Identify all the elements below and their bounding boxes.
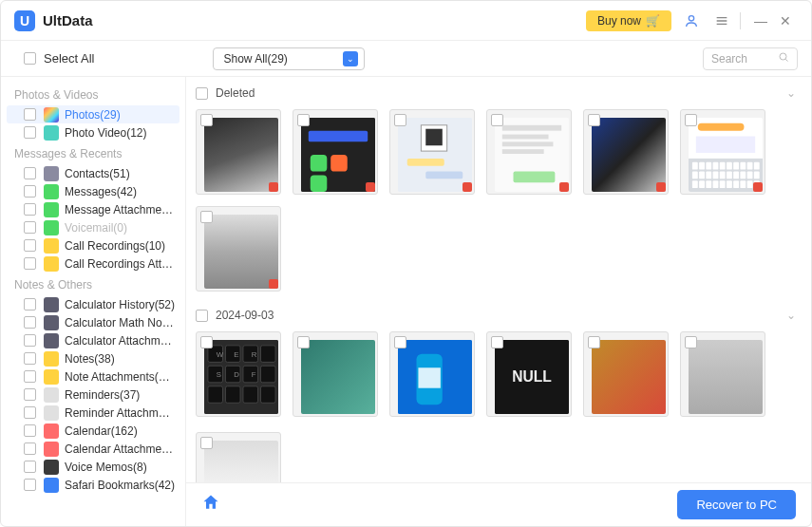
svg-rect-20	[502, 149, 544, 154]
sidebar-item-checkbox[interactable]	[24, 352, 36, 365]
sidebar-item-checkbox[interactable]	[24, 479, 36, 491]
sidebar-item: Voicemail(0)	[1, 218, 185, 236]
sidebar-item[interactable]: Calculator Attachments(30)	[1, 331, 185, 349]
svg-rect-41	[727, 172, 732, 179]
sidebar-section-label: Messages & Recents	[1, 141, 185, 164]
sidebar-item[interactable]: Calendar Attachments(1)	[1, 440, 185, 458]
svg-rect-35	[754, 162, 760, 170]
close-button[interactable]: ✕	[773, 13, 798, 28]
sidebar-item[interactable]: Reminders(37)	[1, 386, 185, 404]
chevron-down-icon: ⌄	[786, 86, 796, 100]
search-input[interactable]: Search	[703, 47, 798, 70]
sidebar-item[interactable]: Voice Memos(8)	[1, 458, 185, 476]
svg-rect-46	[692, 180, 698, 188]
svg-rect-26	[692, 162, 698, 170]
sidebar-item[interactable]: Reminder Attachments(27)	[1, 404, 185, 422]
sidebar-item-checkbox[interactable]	[24, 257, 36, 270]
sidebar-item[interactable]: Note Attachments(211)	[1, 367, 185, 386]
thumbnail-checkbox[interactable]	[297, 114, 310, 126]
sidebar-item-icon	[44, 405, 59, 421]
sidebar-item-label: Note Attachments(211)	[65, 370, 176, 384]
sidebar-item-checkbox[interactable]	[24, 406, 36, 419]
menu-icon[interactable]	[711, 10, 732, 31]
sidebar-item[interactable]: Calculator History(52)	[1, 295, 185, 313]
sidebar-item-checkbox[interactable]	[24, 221, 36, 234]
thumbnail-checkbox[interactable]	[588, 114, 600, 126]
filter-select[interactable]: Show All(29) ⌄	[213, 47, 365, 70]
sidebar-item[interactable]: Photos(29)	[7, 105, 179, 123]
sidebar-item-checkbox[interactable]	[24, 126, 36, 139]
thumbnail[interactable]	[293, 109, 378, 195]
thumbnail-checkbox[interactable]	[200, 437, 213, 449]
thumbnail[interactable]	[680, 109, 765, 195]
sidebar-item[interactable]: Calculator Math Notes(6)	[1, 313, 185, 331]
sidebar-item-checkbox[interactable]	[24, 334, 36, 347]
thumbnail[interactable]	[389, 331, 475, 417]
group-checkbox[interactable]	[196, 310, 208, 322]
sidebar-item[interactable]: Calendar(162)	[1, 422, 185, 440]
thumbnail-checkbox[interactable]	[200, 114, 213, 126]
thumbnail[interactable]	[680, 331, 765, 417]
sidebar-item-checkbox[interactable]	[24, 370, 36, 383]
sidebar-item-checkbox[interactable]	[24, 203, 36, 216]
recover-button[interactable]: Recover to PC	[677, 490, 796, 519]
sidebar-item-checkbox[interactable]	[24, 461, 36, 473]
thumbnail[interactable]	[583, 109, 669, 195]
thumbnail[interactable]: NULL	[486, 331, 572, 417]
thumbnail-checkbox[interactable]	[588, 336, 600, 348]
thumbnail[interactable]	[389, 109, 475, 195]
sidebar-item[interactable]: Safari Bookmarks(42)	[1, 476, 185, 494]
sidebar-item-checkbox[interactable]	[24, 167, 36, 179]
user-icon[interactable]	[681, 10, 702, 31]
thumbnail-checkbox[interactable]	[394, 336, 406, 348]
thumbnail[interactable]	[196, 109, 281, 195]
sidebar-item[interactable]: Messages(42)	[1, 182, 185, 200]
thumbnail[interactable]	[196, 432, 281, 482]
minimize-button[interactable]: —	[748, 13, 773, 28]
thumbnail[interactable]: WERSDF	[196, 331, 281, 417]
sidebar-item-checkbox[interactable]	[24, 442, 36, 455]
sidebar-item-checkbox[interactable]	[24, 185, 36, 198]
thumbnail-checkbox[interactable]	[491, 114, 503, 126]
thumbnail-checkbox[interactable]	[685, 114, 697, 126]
sidebar-item-checkbox[interactable]	[24, 316, 36, 329]
sidebar-item[interactable]: Call Recordings Attachment...	[1, 254, 185, 273]
sidebar-item[interactable]: Contacts(51)	[1, 164, 185, 182]
sidebar-item-icon	[44, 442, 59, 457]
group-checkbox[interactable]	[196, 87, 208, 100]
thumb-row	[196, 428, 802, 482]
thumbnail-checkbox[interactable]	[491, 336, 503, 348]
thumbnail[interactable]	[583, 331, 669, 417]
group-header[interactable]: Deleted⌄	[196, 81, 802, 105]
buy-now-button[interactable]: Buy now 🛒	[586, 10, 671, 31]
sidebar-section-label: Photos & Videos	[1, 83, 185, 105]
sidebar-item-checkbox[interactable]	[24, 298, 36, 311]
sidebar-item-checkbox[interactable]	[24, 239, 36, 252]
thumbnail-checkbox[interactable]	[685, 336, 697, 348]
svg-rect-17	[502, 125, 561, 131]
sidebar-item-checkbox[interactable]	[24, 424, 36, 437]
sidebar-item[interactable]: Photo Video(12)	[1, 123, 185, 141]
group-header[interactable]: 2024-09-03⌄	[196, 303, 802, 328]
sidebar-item[interactable]: Notes(38)	[1, 349, 185, 367]
thumbnail[interactable]	[486, 109, 572, 195]
home-icon[interactable]	[201, 493, 220, 517]
sidebar-item-label: Voicemail(0)	[65, 221, 127, 235]
sidebar-item-icon	[44, 184, 59, 199]
recover-label: Recover to PC	[696, 498, 777, 512]
sidebar-item-checkbox[interactable]	[24, 388, 36, 401]
thumbnail-checkbox[interactable]	[200, 336, 213, 348]
thumbnail[interactable]	[293, 331, 378, 417]
sidebar-item-label: Notes(38)	[65, 352, 115, 366]
sidebar-item[interactable]: Call Recordings(10)	[1, 236, 185, 254]
thumbnail-checkbox[interactable]	[297, 336, 310, 348]
svg-rect-15	[425, 172, 463, 179]
thumbnail-checkbox[interactable]	[394, 114, 406, 126]
select-all-checkbox[interactable]	[24, 52, 36, 65]
thumbnail-checkbox[interactable]	[200, 211, 213, 223]
deleted-badge	[753, 182, 763, 192]
sidebar-item-checkbox[interactable]	[24, 108, 36, 121]
thumbnail[interactable]	[196, 206, 281, 292]
sidebar-item-label: Messages(42)	[65, 185, 137, 198]
sidebar-item[interactable]: Message Attachments(16)	[1, 200, 185, 218]
